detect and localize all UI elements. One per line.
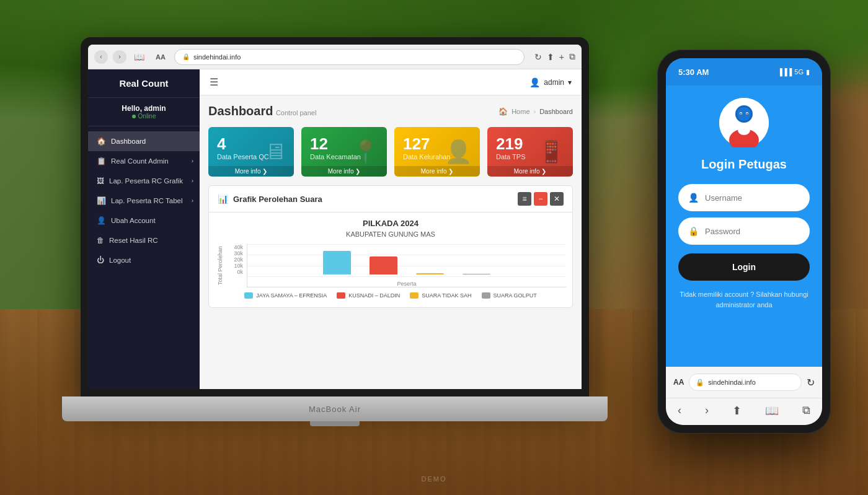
bar-suara-golput: [463, 274, 490, 274]
svg-point-7: [740, 113, 742, 115]
phone-bookmark-button[interactable]: 📖: [765, 404, 779, 418]
username-input[interactable]: [705, 193, 809, 203]
phone-url-text: sindehindai.info: [708, 379, 755, 386]
chart-y-axis: 40k 30k 20k 10k 0k: [225, 244, 247, 287]
password-icon: 🔒: [688, 226, 699, 236]
legend-label-tidak-sah: SUARA TIDAK SAH: [422, 292, 471, 299]
stat-more-peserta-qc[interactable]: More info ❯: [208, 166, 294, 177]
username-icon: 👤: [688, 193, 699, 203]
chart-minus-button[interactable]: −: [534, 192, 547, 206]
browser-actions: ↻ ⬆ + ⧉: [534, 51, 575, 62]
topbar-user-icon: 👤: [529, 77, 540, 87]
sidebar-user: Hello, admin Online: [88, 98, 200, 126]
topbar-menu-button[interactable]: ☰: [210, 76, 218, 88]
topbar-dropdown-icon: ▾: [568, 78, 572, 87]
topbar: ☰ 👤 admin ▾: [200, 69, 582, 95]
reset-hasil-icon: 🗑: [97, 236, 104, 245]
stat-more-kecamatan[interactable]: More info ❯: [301, 166, 387, 177]
stat-card-kecamatan: 12 Data Kecamatan 📍 More info ❯: [301, 127, 387, 177]
topbar-user[interactable]: 👤 admin ▾: [529, 77, 572, 87]
stats-grid: 4 Data Peserta QC 🖥 More info ❯ 12 Data …: [208, 127, 573, 177]
sidebar-item-ubah-account[interactable]: 👤 Ubah Account: [88, 211, 200, 230]
y-label-0k: 0k: [237, 269, 243, 275]
chart-close-button[interactable]: ✕: [550, 192, 564, 206]
chart-actions: ≡ − ✕: [518, 192, 564, 206]
bar-kusnadi: [370, 256, 397, 274]
stat-icon-kecamatan: 📍: [352, 139, 379, 165]
browser-url-bar[interactable]: 🔒 sindehindai.info: [174, 49, 525, 65]
browser-share-button[interactable]: ⬆: [547, 52, 554, 62]
sidebar-item-label: Lap. Peserta RC Tabel: [111, 197, 183, 204]
phone-reload-button[interactable]: ↻: [807, 377, 815, 388]
stat-icon-kelurahan: 👤: [445, 139, 472, 165]
browser-back-button[interactable]: ‹: [94, 50, 108, 64]
laptop: ‹ › 📖 AA 🔒 sindehindai.info ↻ ⬆ + ⧉: [62, 37, 608, 471]
login-button[interactable]: Login: [678, 253, 810, 281]
username-input-wrap[interactable]: 👤: [678, 184, 810, 211]
legend-dot-golput: [482, 292, 490, 299]
chart-hamburger-button[interactable]: ≡: [518, 192, 531, 206]
breadcrumb: 🏠 Home › Dashboard: [498, 107, 573, 116]
legend-label-kusnadi: KUSNADI – DALDIN: [348, 292, 400, 299]
phone: 5:30 AM ▐▐▐ 5G ▮: [657, 50, 831, 434]
chart-y-axis-label: Total Perolehan: [215, 244, 225, 287]
chart-legend: JAYA SAMAYA – EFRENSIA KUSNADI – DALDIN …: [215, 287, 566, 301]
stat-more-tps[interactable]: More info ❯: [487, 166, 573, 177]
chart-main-subtitle: KABUPATEN GUNUNG MAS: [215, 230, 566, 238]
phone-browser-bar: AA 🔒 sindehindai.info ↻: [666, 367, 822, 398]
password-input-wrap[interactable]: 🔒: [678, 217, 810, 245]
phone-tabs-button[interactable]: ⧉: [802, 404, 810, 417]
chart-title: 📊 Grafik Perolehan Suara: [218, 194, 322, 204]
chart-plot: Peserta: [247, 244, 566, 287]
breadcrumb-home[interactable]: Home: [512, 108, 529, 115]
laptop-screen-outer: ‹ › 📖 AA 🔒 sindehindai.info ↻ ⬆ + ⧉: [81, 37, 589, 396]
phone-status-bar: 5:30 AM ▐▐▐ 5G ▮: [666, 58, 822, 85]
stat-card-kelurahan: 127 Data Kelurahan 👤 More info ❯: [394, 127, 480, 177]
phone-signal: ▐▐▐ 5G ▮: [777, 68, 810, 76]
page-header: Dashboard Control panel 🏠 Home › Dashboa…: [208, 104, 573, 118]
chart-body: PILKADA 2024 KABUPATEN GUNUNG MAS Total …: [209, 212, 572, 307]
legend-item-golput: SUARA GOLPUT: [482, 292, 537, 299]
signal-type: 5G: [794, 68, 804, 76]
chart-title-text: Grafik Perolehan Suara: [233, 195, 322, 204]
browser-newtab-button[interactable]: +: [559, 52, 564, 62]
avatar-svg: [719, 98, 769, 147]
phone-back-button[interactable]: ‹: [678, 404, 681, 417]
phone-share-button[interactable]: ⬆: [732, 404, 742, 418]
svg-point-4: [737, 107, 751, 121]
phone-browser-aa[interactable]: AA: [673, 378, 684, 387]
browser-reload-button[interactable]: ↻: [534, 52, 542, 62]
browser-forward-button[interactable]: ›: [113, 50, 126, 64]
bar-suara-tidak-sah: [416, 273, 444, 274]
sidebar-item-dashboard[interactable]: 🏠 Dashboard: [88, 131, 200, 151]
chart-panel: 📊 Grafik Perolehan Suara ≡ − ✕: [208, 185, 573, 308]
svg-point-8: [746, 113, 748, 115]
ubah-account-icon: 👤: [97, 216, 106, 225]
browser-lock-icon: 🔒: [182, 53, 190, 60]
password-input[interactable]: [705, 227, 809, 236]
sidebar-item-lap-grafik[interactable]: 🖼 Lap. Peserta RC Grafik ›: [88, 171, 200, 191]
content-area: Dashboard Control panel 🏠 Home › Dashboa…: [200, 95, 582, 317]
sidebar-item-real-count-admin[interactable]: 📋 Real Count Admin ›: [88, 151, 200, 171]
sidebar-item-logout[interactable]: ⏻ Logout: [88, 250, 200, 270]
stat-more-kelurahan[interactable]: More info ❯: [394, 166, 480, 177]
phone-forward-button[interactable]: ›: [705, 404, 709, 417]
arrow-icon: ›: [192, 198, 193, 204]
topbar-username: admin: [544, 78, 564, 87]
real-count-admin-icon: 📋: [97, 157, 106, 165]
lap-tabel-icon: 📊: [97, 196, 106, 205]
browser-bookmark-icon[interactable]: 📖: [134, 52, 144, 62]
legend-item-tidak-sah: SUARA TIDAK SAH: [410, 292, 471, 299]
chart-bars: [247, 244, 566, 274]
browser-tabs-button[interactable]: ⧉: [569, 51, 575, 62]
login-form: 👤 🔒 Login: [678, 184, 810, 281]
breadcrumb-home-icon: 🏠: [498, 107, 508, 116]
browser-aa-button[interactable]: AA: [156, 53, 166, 61]
sidebar-item-lap-tabel[interactable]: 📊 Lap. Peserta RC Tabel ›: [88, 191, 200, 211]
sidebar-item-reset-hasil[interactable]: 🗑 Reset Hasil RC: [88, 230, 200, 250]
phone-url-bar[interactable]: 🔒 sindehindai.info: [689, 374, 802, 391]
bar-jaya-samaya: [323, 251, 351, 274]
phone-lock-icon: 🔒: [696, 379, 704, 387]
breadcrumb-separator: ›: [534, 108, 536, 115]
dashboard-icon: 🏠: [97, 137, 106, 146]
